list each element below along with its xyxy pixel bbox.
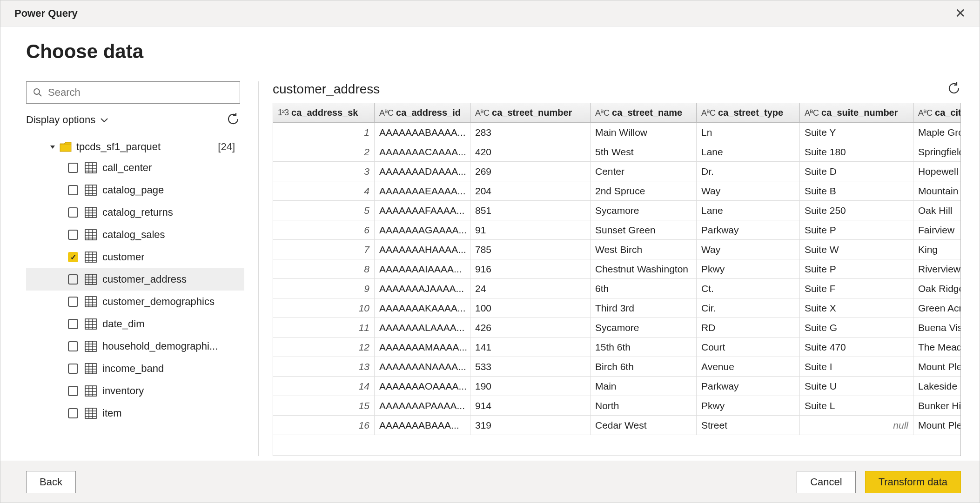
table-cell: 916	[470, 259, 591, 278]
grid-body: 1AAAAAAABAAAA...283Main WillowLnSuite YM…	[273, 123, 960, 435]
refresh-tree-button[interactable]	[226, 112, 240, 128]
checkbox[interactable]	[68, 297, 78, 307]
tree-item[interactable]: inventory	[26, 380, 244, 402]
table-icon	[85, 162, 97, 173]
table-row[interactable]: 8AAAAAAAIAAAA...916Chestnut WashingtonPk…	[273, 259, 960, 279]
checkbox[interactable]	[68, 230, 78, 240]
table-row[interactable]: 4AAAAAAAEAAAA...2042nd SpruceWaySuite BM…	[273, 181, 960, 201]
table-row[interactable]: 11AAAAAAALAAAA...426Sycamore RDSuite GBu…	[273, 318, 960, 338]
close-icon[interactable]: ✕	[950, 4, 970, 23]
navigator-pane: Display options tpcds_sf1_parquet [24] c	[26, 81, 259, 456]
table-cell: Mount Pleas	[913, 416, 960, 435]
table-cell: 533	[470, 357, 591, 376]
table-cell: AAAAAAALAAAA...	[375, 318, 470, 337]
table-cell: AAAAAAACAAAA...	[375, 142, 470, 161]
search-input[interactable]	[47, 86, 233, 99]
refresh-preview-button[interactable]	[947, 81, 961, 97]
column-header[interactable]: AᴮCca_street_name	[591, 103, 697, 122]
text-type-icon: AᴮC	[918, 108, 932, 118]
table-icon	[85, 229, 97, 240]
table-cell: 785	[470, 240, 591, 259]
tree-folder[interactable]: tpcds_sf1_parquet [24]	[26, 137, 244, 157]
cancel-button[interactable]: Cancel	[797, 471, 855, 493]
checkbox[interactable]	[68, 274, 78, 285]
table-row[interactable]: 9AAAAAAAJAAAA...246th Ct.Suite FOak Ridg…	[273, 279, 960, 298]
table-row[interactable]: 6AAAAAAAGAAAA...91Sunset GreenParkwaySui…	[273, 220, 960, 240]
svg-rect-63	[85, 386, 96, 396]
tree-item[interactable]: item	[26, 402, 244, 424]
column-header[interactable]: AᴮCca_suite_number	[800, 103, 913, 122]
svg-point-0	[34, 89, 40, 94]
checkbox[interactable]	[68, 408, 78, 418]
table-cell: AAAAAAAHAAAA...	[375, 240, 470, 259]
table-row[interactable]: 14AAAAAAAOAAAA...190MainParkwaySuite ULa…	[273, 377, 960, 396]
table-icon	[85, 385, 97, 397]
table-cell: 100	[470, 298, 591, 318]
tree-item-label: customer_demographics	[102, 296, 215, 308]
table-cell: 2	[273, 142, 375, 161]
column-header[interactable]: AᴮCca_street_number	[470, 103, 591, 122]
tree-item[interactable]: household_demographi...	[26, 335, 244, 357]
checkbox[interactable]	[68, 364, 78, 374]
checkbox[interactable]	[68, 386, 78, 396]
tree-item[interactable]: call_center	[26, 157, 244, 179]
checkbox[interactable]	[68, 252, 78, 262]
tree-item[interactable]: customer	[26, 246, 244, 268]
table-cell: Main	[591, 377, 697, 396]
column-name: ca_address_id	[396, 107, 461, 118]
table-cell: 269	[470, 162, 591, 181]
display-options-label: Display options	[26, 114, 95, 126]
checkbox[interactable]	[68, 319, 78, 329]
tree-item-label: household_demographi...	[102, 340, 218, 352]
checkbox[interactable]	[68, 207, 78, 218]
search-icon	[33, 88, 42, 97]
table-cell: Sunset Green	[591, 220, 697, 239]
tree-item[interactable]: customer_demographics	[26, 291, 244, 313]
column-header[interactable]: AᴮCca_city	[913, 103, 961, 122]
table-row[interactable]: 10AAAAAAAKAAAA...100Third 3rdCir.Suite X…	[273, 298, 960, 318]
tree-item[interactable]: catalog_returns	[26, 201, 244, 224]
table-row[interactable]: 2AAAAAAACAAAA...4205th WestLaneSuite 180…	[273, 142, 960, 162]
column-header[interactable]: AᴮCca_street_type	[697, 103, 800, 122]
table-cell: AAAAAAAGAAAA...	[375, 220, 470, 239]
checkbox[interactable]	[68, 341, 78, 351]
preview-title: customer_address	[273, 82, 380, 97]
table-row[interactable]: 13AAAAAAANAAAA...533Birch 6thAvenueSuite…	[273, 357, 960, 377]
svg-rect-57	[85, 364, 96, 374]
table-row[interactable]: 7AAAAAAAHAAAA...785West BirchWaySuite WK…	[273, 240, 960, 259]
table-row[interactable]: 16AAAAAAABAAA...319Cedar WestStreetnullM…	[273, 416, 960, 435]
back-button[interactable]: Back	[26, 471, 76, 493]
svg-rect-9	[85, 185, 96, 195]
text-type-icon: AᴮC	[595, 108, 609, 118]
table-row[interactable]: 3AAAAAAADAAAA...269CenterDr.Suite DHopew…	[273, 162, 960, 181]
table-cell: 14	[273, 377, 375, 396]
tree-item[interactable]: customer_address	[26, 268, 244, 291]
table-cell: 319	[470, 416, 591, 435]
column-header[interactable]: 1²3ca_address_sk	[273, 103, 375, 122]
table-cell: Pkwy	[697, 396, 800, 415]
transform-data-button[interactable]: Transform data	[865, 471, 961, 493]
table-row[interactable]: 5AAAAAAAFAAAA...851Sycamore LaneSuite 25…	[273, 201, 960, 220]
tree-item[interactable]: catalog_sales	[26, 224, 244, 246]
table-cell: Avenue	[697, 357, 800, 376]
checkbox[interactable]	[68, 185, 78, 195]
svg-rect-39	[85, 297, 96, 307]
tree-item[interactable]: catalog_page	[26, 179, 244, 201]
table-cell: 190	[470, 377, 591, 396]
table-row[interactable]: 12AAAAAAAMAAAA...14115th 6thCourtSuite 4…	[273, 338, 960, 357]
table-row[interactable]: 1AAAAAAABAAAA...283Main WillowLnSuite YM…	[273, 123, 960, 142]
text-type-icon: AᴮC	[701, 108, 715, 118]
display-options-dropdown[interactable]: Display options	[26, 114, 108, 126]
tree-item[interactable]: income_band	[26, 357, 244, 380]
search-box[interactable]	[26, 81, 240, 104]
table-row[interactable]: 15AAAAAAAPAAAA...914NorthPkwySuite LBunk…	[273, 396, 960, 416]
table-cell: Suite D	[800, 162, 913, 181]
text-type-icon: AᴮC	[379, 108, 393, 118]
tree-item[interactable]: date_dim	[26, 313, 244, 335]
table-cell: null	[800, 416, 913, 435]
column-header[interactable]: AᴮCca_address_id	[375, 103, 470, 122]
svg-rect-21	[85, 230, 96, 240]
checkbox[interactable]	[68, 163, 78, 173]
table-cell: Court	[697, 338, 800, 357]
table-cell: Way	[697, 181, 800, 200]
